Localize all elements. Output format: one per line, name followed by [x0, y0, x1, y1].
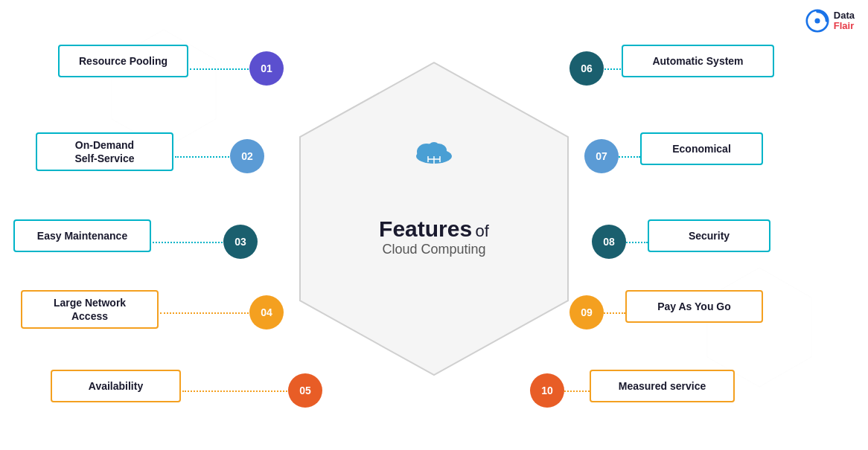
- title-features: Features: [379, 216, 472, 240]
- svg-point-1: [814, 18, 820, 23]
- center-title: Features of Cloud Computing: [379, 193, 489, 257]
- logo-icon: [805, 9, 829, 33]
- svg-point-8: [428, 142, 440, 154]
- cloud-icon: [412, 135, 456, 168]
- title-of: of: [476, 221, 489, 240]
- logo-text: Data Flair: [834, 10, 855, 32]
- title-cloud: Cloud Computing: [379, 241, 489, 257]
- svg-marker-3: [707, 268, 811, 387]
- svg-marker-2: [112, 30, 216, 149]
- dataflair-logo: Data Flair: [805, 9, 855, 33]
